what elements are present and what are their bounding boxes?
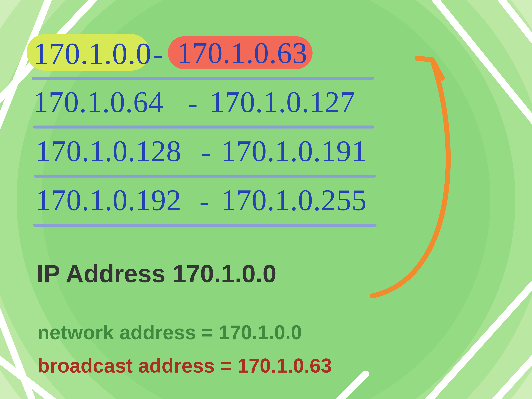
- ip-address-heading: IP Address 170.1.0.0: [37, 259, 277, 288]
- network-address-line: network address = 170.1.0.0: [38, 321, 302, 344]
- content-layer: 170.1.0.0 - 170.1.0.63 170.1.0.64 - 170.…: [0, 0, 532, 399]
- broadcast-address-line: broadcast address = 170.1.0.63: [38, 354, 332, 377]
- diagram-stage: 170.1.0.0 - 170.1.0.63 170.1.0.64 - 170.…: [0, 0, 532, 399]
